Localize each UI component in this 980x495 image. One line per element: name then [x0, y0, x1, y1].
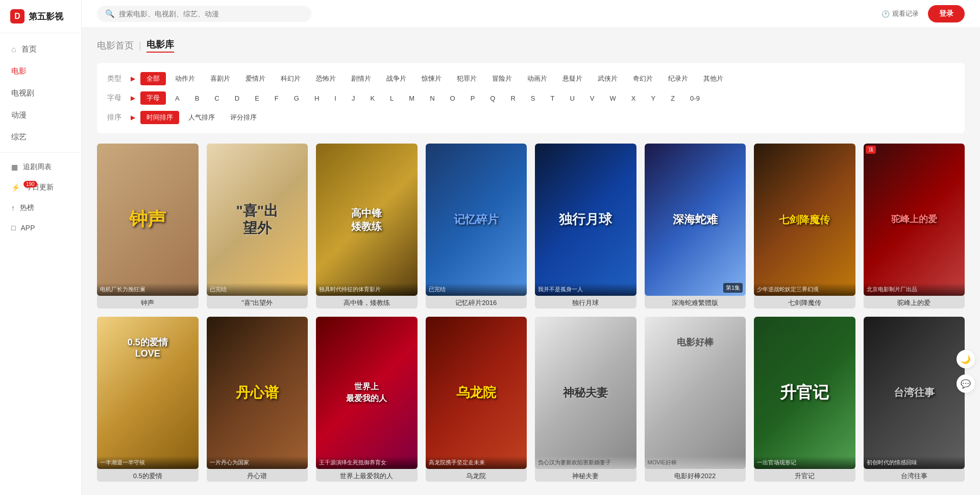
- sidebar-item-anime[interactable]: 动漫: [0, 104, 81, 126]
- filter-letter-Q[interactable]: Q: [484, 92, 501, 104]
- filter-type-动作片[interactable]: 动作片: [169, 72, 201, 85]
- sidebar-item-schedule[interactable]: ▦ 追剧周表: [0, 157, 81, 177]
- poster-subtitle-七剑降魔传: 少年逆战蛇妖定三界幻境: [754, 283, 855, 296]
- sort-filter-row: 排序 ▶ 时间排序 人气排序 评分排序: [107, 108, 954, 127]
- sidebar-item-app-label: APP: [20, 224, 35, 232]
- movie-card-升官记[interactable]: 升官记 一出官场现形记 升官记: [754, 317, 855, 482]
- poster-subtitle-高中锋: 独具时代特征的体育影片: [316, 283, 418, 296]
- filter-type-犯罪片[interactable]: 犯罪片: [451, 72, 483, 85]
- poster-subtitle-0.5的爱情: 一半潮退一半守候: [97, 456, 199, 469]
- filter-type-科幻片[interactable]: 科幻片: [275, 72, 307, 85]
- filter-letter-B[interactable]: B: [189, 92, 206, 104]
- filter-type-剧情片[interactable]: 剧情片: [345, 72, 377, 85]
- sidebar-nav: ⌂ 首页 电影 电视剧 动漫 综艺 ▦ 追剧周表 ⚡ 今日更新 190 ↑ 热榜: [0, 33, 81, 243]
- filter-type-恐怖片[interactable]: 恐怖片: [310, 72, 342, 85]
- breadcrumb-current: 电影库: [146, 38, 174, 53]
- type-filter-arrow: ▶: [131, 75, 135, 82]
- movie-card-乌龙院[interactable]: 乌龙院 高龙院携手坚定走未来 乌龙院: [426, 317, 527, 482]
- sidebar-item-variety[interactable]: 综艺: [0, 126, 81, 148]
- movie-card-0.5的爱情[interactable]: 0.5的爱情LOVE 一半潮退一半守候 0.5的爱情: [97, 317, 199, 482]
- filter-letter-T[interactable]: T: [545, 92, 561, 104]
- filter-letter-G[interactable]: G: [288, 92, 305, 104]
- filter-sort-time[interactable]: 时间排序: [140, 111, 179, 124]
- filter-letter-P[interactable]: P: [464, 92, 481, 104]
- search-box[interactable]: 🔍: [97, 6, 311, 22]
- movie-card-丹心谱[interactable]: 丹心谱 一片丹心为国家 丹心谱: [207, 317, 308, 482]
- filter-letter-N[interactable]: N: [424, 92, 440, 104]
- watch-history-btn[interactable]: 🕐 观看记录: [881, 9, 919, 18]
- header: 🔍 🕐 观看记录 登录: [82, 0, 980, 28]
- login-button[interactable]: 登录: [928, 5, 965, 22]
- movie-card-独行月球[interactable]: 独行月球 我并不是孤身一人 独行月球: [535, 144, 636, 309]
- filter-type-战争片[interactable]: 战争片: [380, 72, 412, 85]
- sidebar-item-today-update[interactable]: ⚡ 今日更新 190: [0, 177, 81, 198]
- filter-letter-0-9[interactable]: 0-9: [684, 92, 706, 104]
- movie-card-喜出望外[interactable]: "喜"出望外 已完结 "喜"出望外: [207, 144, 308, 309]
- movie-card-深海蛇难[interactable]: 深海蛇难 第1集 深海蛇难繁體版: [645, 144, 746, 309]
- movie-poster-乌龙院: 乌龙院 高龙院携手坚定走未来: [426, 317, 527, 469]
- filter-letter-Y[interactable]: Y: [645, 92, 662, 104]
- filter-sort-popularity[interactable]: 人气排序: [182, 111, 221, 124]
- filter-type-全部[interactable]: 全部: [140, 72, 166, 85]
- filter-letter-R[interactable]: R: [504, 92, 521, 104]
- movie-card-台湾往事[interactable]: 台湾往事 初创时代的情感回味 台湾往事: [864, 317, 965, 482]
- movie-card-记忆碎片[interactable]: 记忆碎片 已完结 记忆碎片2016: [426, 144, 527, 309]
- filter-letter-K[interactable]: K: [364, 92, 381, 104]
- filter-type-悬疑片[interactable]: 悬疑片: [556, 72, 589, 85]
- filter-letter-S[interactable]: S: [525, 92, 542, 104]
- movie-title-七剑降魔传: 七剑降魔传: [754, 296, 855, 309]
- poster-text-丹心谱: 丹心谱: [236, 383, 279, 403]
- search-icon: 🔍: [105, 9, 115, 18]
- filter-letter-V[interactable]: V: [584, 92, 601, 104]
- sidebar-item-schedule-label: 追剧周表: [23, 162, 52, 172]
- movie-title-记忆碎片: 记忆碎片2016: [426, 296, 527, 309]
- movie-poster-喜出望外: "喜"出望外 已完结: [207, 144, 308, 296]
- filter-letter-O[interactable]: O: [444, 92, 461, 104]
- movie-card-驼峰上的爱[interactable]: 顶 驼峰上的爱 北京电影制片厂出品 驼峰上的爱: [864, 144, 965, 309]
- sidebar-item-tv[interactable]: 电视剧: [0, 82, 81, 104]
- search-input[interactable]: [119, 10, 303, 18]
- movie-card-七剑降魔传[interactable]: 七剑降魔传 少年逆战蛇妖定三界幻境 七剑降魔传: [754, 144, 855, 309]
- filter-type-冒险片[interactable]: 冒险片: [486, 72, 518, 85]
- movie-card-高中锋[interactable]: 高中锋矮教练 独具时代特征的体育影片 高中锋，矮教练: [316, 144, 418, 309]
- filter-letter-L[interactable]: L: [384, 92, 400, 104]
- movie-card-电影好棒2022[interactable]: 电影好棒 MOVIE好棒 电影好棒2022: [645, 317, 746, 482]
- filter-letter-C[interactable]: C: [208, 92, 225, 104]
- poster-text-记忆碎片: 记忆碎片: [454, 213, 499, 227]
- filter-type-武侠片[interactable]: 武侠片: [592, 72, 624, 85]
- night-mode-button[interactable]: 🌙: [957, 350, 975, 368]
- filter-letter-Z[interactable]: Z: [665, 92, 681, 104]
- breadcrumb-home[interactable]: 电影首页: [97, 39, 134, 52]
- filter-letter-U[interactable]: U: [564, 92, 580, 104]
- filter-letter-H[interactable]: H: [308, 92, 325, 104]
- filter-type-动画片[interactable]: 动画片: [521, 72, 553, 85]
- filter-letter-E[interactable]: E: [249, 92, 265, 104]
- filter-letter-W[interactable]: W: [604, 92, 622, 104]
- movie-card-神秘夫妻[interactable]: 神秘夫妻 负心汉为妻新欢陷害新婚妻子 神秘夫妻: [535, 317, 636, 482]
- sidebar-item-variety-label: 综艺: [11, 132, 27, 142]
- filter-letter-A[interactable]: A: [169, 92, 186, 104]
- filter-letter-F[interactable]: F: [268, 92, 285, 104]
- filter-letter-I[interactable]: I: [328, 92, 342, 104]
- movie-card-钟声[interactable]: 钟声 电机厂长力挽狂澜 钟声: [97, 144, 199, 309]
- sidebar-item-app[interactable]: □ APP: [0, 218, 81, 238]
- filter-type-爱情片[interactable]: 爱情片: [239, 72, 272, 85]
- filter-type-其他片[interactable]: 其他片: [697, 72, 729, 85]
- filter-type-纪录片[interactable]: 纪录片: [662, 72, 694, 85]
- movie-card-世界上最爱我的人[interactable]: 世界上最爱我的人 王千源演绎生死抵御养育女 世界上最爱我的人: [316, 317, 418, 482]
- filter-type-奇幻片[interactable]: 奇幻片: [627, 72, 659, 85]
- filter-sort-rating[interactable]: 评分排序: [224, 111, 263, 124]
- sidebar-item-movie[interactable]: 电影: [0, 60, 81, 82]
- sidebar-item-hot[interactable]: ↑ 热榜: [0, 198, 81, 218]
- filter-letter-字母[interactable]: 字母: [140, 91, 166, 105]
- filter-letter-J[interactable]: J: [346, 92, 361, 104]
- sidebar-item-home[interactable]: ⌂ 首页: [0, 38, 81, 60]
- nav-divider-1: [0, 152, 81, 153]
- feedback-button[interactable]: 💬: [957, 374, 975, 393]
- filter-type-喜剧片[interactable]: 喜剧片: [204, 72, 236, 85]
- filter-letter-D[interactable]: D: [229, 92, 246, 104]
- movie-title-升官记: 升官记: [754, 469, 855, 482]
- filter-letter-X[interactable]: X: [625, 92, 642, 104]
- filter-letter-M[interactable]: M: [403, 92, 421, 104]
- filter-type-惊悚片[interactable]: 惊悚片: [415, 72, 448, 85]
